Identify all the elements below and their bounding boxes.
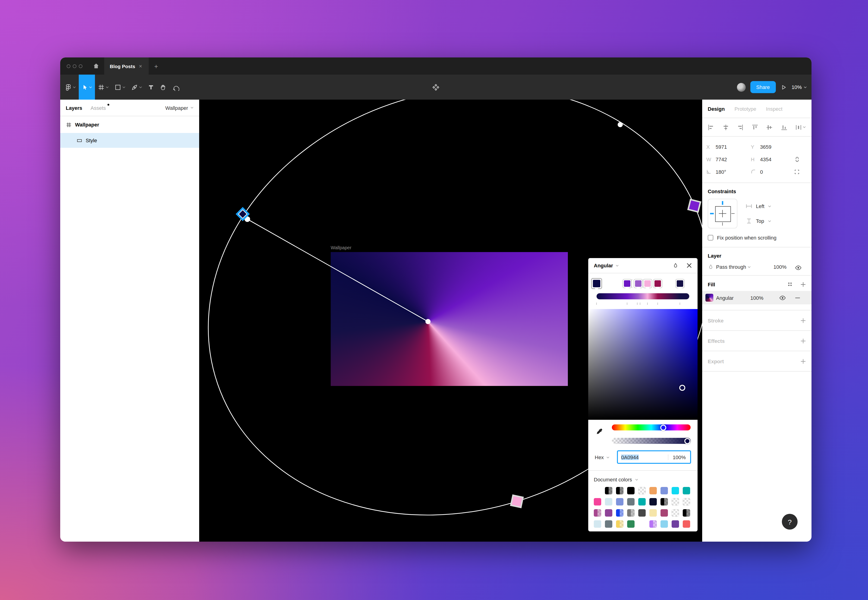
home-button[interactable]: [88, 58, 104, 74]
zoom-level-dropdown[interactable]: 10%: [792, 84, 807, 90]
tab-assets[interactable]: Assets: [91, 105, 106, 111]
hex-input[interactable]: 0A0944: [618, 454, 668, 460]
frame-tool-button[interactable]: [95, 74, 112, 100]
eyedropper-icon[interactable]: [596, 428, 603, 435]
tab-prototype[interactable]: Prototype: [734, 106, 756, 111]
gradient-center-handle[interactable]: [425, 319, 431, 324]
fix-position-row[interactable]: Fix position when scrolling: [702, 234, 812, 247]
y-input[interactable]: 3659: [760, 144, 771, 149]
document-color-swatch[interactable]: [627, 498, 635, 506]
gradient-node-handle[interactable]: [618, 122, 623, 127]
document-color-swatch[interactable]: [605, 487, 612, 494]
rotation-input[interactable]: 180°: [715, 169, 726, 174]
user-avatar[interactable]: [737, 83, 746, 91]
document-color-swatch[interactable]: [671, 498, 679, 506]
document-color-swatch[interactable]: [616, 498, 623, 506]
canvas[interactable]: Wallpaper: [199, 100, 702, 542]
document-color-swatch[interactable]: [649, 520, 657, 528]
constraints-widget[interactable]: [708, 199, 737, 229]
document-color-swatch[interactable]: [616, 487, 623, 494]
blend-mode-dropdown[interactable]: Pass through: [716, 264, 751, 270]
gradient-stop[interactable]: [623, 279, 632, 288]
share-button[interactable]: Share: [750, 81, 776, 93]
document-color-swatch[interactable]: [671, 520, 679, 528]
independent-corners-icon[interactable]: [794, 169, 800, 175]
fill-row-angular[interactable]: Angular 100%: [702, 291, 812, 305]
hue-slider-thumb[interactable]: [660, 424, 666, 430]
main-menu-button[interactable]: [62, 74, 79, 100]
align-right-icon[interactable]: [737, 124, 743, 130]
fill-type-value[interactable]: Angular: [716, 295, 734, 300]
close-icon[interactable]: [687, 263, 692, 268]
document-color-swatch[interactable]: [638, 498, 646, 506]
document-colors-header[interactable]: Document colors: [588, 471, 697, 486]
add-export-icon[interactable]: [800, 358, 806, 364]
document-color-swatch[interactable]: [683, 520, 690, 528]
constraint-left-tick[interactable]: [710, 213, 714, 214]
document-color-swatch[interactable]: [661, 498, 668, 506]
document-color-swatch[interactable]: [616, 520, 623, 528]
vertical-constraint-dropdown[interactable]: Top: [746, 218, 771, 224]
pink-stop-handle[interactable]: [511, 495, 523, 508]
x-input[interactable]: 5971: [715, 144, 727, 149]
document-color-swatch[interactable]: [671, 487, 679, 494]
fill-visibility-eye-icon[interactable]: [779, 295, 786, 301]
document-color-swatch[interactable]: [594, 520, 601, 528]
present-play-icon[interactable]: [780, 83, 787, 91]
document-color-swatch[interactable]: [616, 509, 623, 517]
gradient-stop[interactable]: [634, 279, 643, 288]
document-color-swatch[interactable]: [594, 498, 601, 506]
zoom-window-icon[interactable]: [79, 64, 82, 68]
minimize-window-icon[interactable]: [73, 64, 76, 68]
document-color-swatch[interactable]: [683, 498, 690, 506]
document-color-swatch[interactable]: [683, 487, 690, 494]
document-color-swatch[interactable]: [649, 509, 657, 517]
add-fill-icon[interactable]: [800, 282, 806, 287]
gradient-stop[interactable]: [653, 279, 662, 288]
document-color-swatch[interactable]: [649, 498, 657, 506]
color-format-dropdown[interactable]: Hex: [595, 455, 609, 460]
document-color-swatch[interactable]: [649, 487, 657, 494]
document-color-swatch[interactable]: [671, 509, 679, 517]
w-input[interactable]: 7742: [715, 156, 727, 162]
constrain-proportions-icon[interactable]: [794, 156, 800, 163]
align-horizontal-center-icon[interactable]: [722, 124, 729, 130]
document-color-swatch[interactable]: [605, 498, 612, 506]
document-color-swatch[interactable]: [661, 509, 668, 517]
close-window-icon[interactable]: [67, 64, 70, 68]
gradient-stop[interactable]: [591, 278, 602, 289]
distribute-dropdown[interactable]: [795, 124, 806, 130]
align-top-icon[interactable]: [752, 124, 758, 130]
help-button[interactable]: ?: [782, 514, 798, 530]
color-field-cursor[interactable]: [679, 385, 685, 391]
document-color-swatch[interactable]: [661, 520, 668, 528]
alpha-slider-thumb[interactable]: [684, 438, 690, 444]
horizontal-constraint-dropdown[interactable]: Left: [746, 203, 771, 209]
document-color-swatch[interactable]: [638, 487, 646, 494]
remove-fill-icon[interactable]: [795, 295, 800, 300]
traffic-lights[interactable]: [60, 58, 82, 74]
add-effect-icon[interactable]: [800, 338, 806, 344]
color-field[interactable]: [588, 309, 697, 420]
blend-mode-icon[interactable]: [708, 264, 714, 270]
alpha-slider[interactable]: [612, 438, 691, 444]
fill-opacity-input[interactable]: 100%: [750, 295, 763, 300]
page-selector[interactable]: Wallpaper: [165, 105, 194, 111]
document-color-swatch[interactable]: [627, 487, 635, 494]
gradient-stop[interactable]: [675, 279, 685, 288]
tab-close-icon[interactable]: ×: [139, 63, 142, 69]
opacity-input[interactable]: 100%: [668, 454, 690, 460]
h-input[interactable]: 4354: [760, 156, 771, 162]
comment-tool-button[interactable]: [169, 74, 182, 100]
gradient-type-dropdown[interactable]: Angular: [594, 263, 613, 268]
purple-stop-handle[interactable]: [688, 200, 700, 212]
tab-design[interactable]: Design: [708, 106, 724, 111]
add-stroke-icon[interactable]: [800, 318, 806, 323]
corner-radius-input[interactable]: 0: [760, 169, 763, 174]
tab-inspect[interactable]: Inspect: [766, 106, 783, 111]
document-color-swatch[interactable]: [638, 520, 646, 528]
text-tool-button[interactable]: [145, 74, 157, 100]
document-color-swatch[interactable]: [683, 509, 690, 517]
layer-opacity-input[interactable]: 100%: [773, 264, 786, 270]
tab-layers[interactable]: Layers: [66, 105, 82, 111]
